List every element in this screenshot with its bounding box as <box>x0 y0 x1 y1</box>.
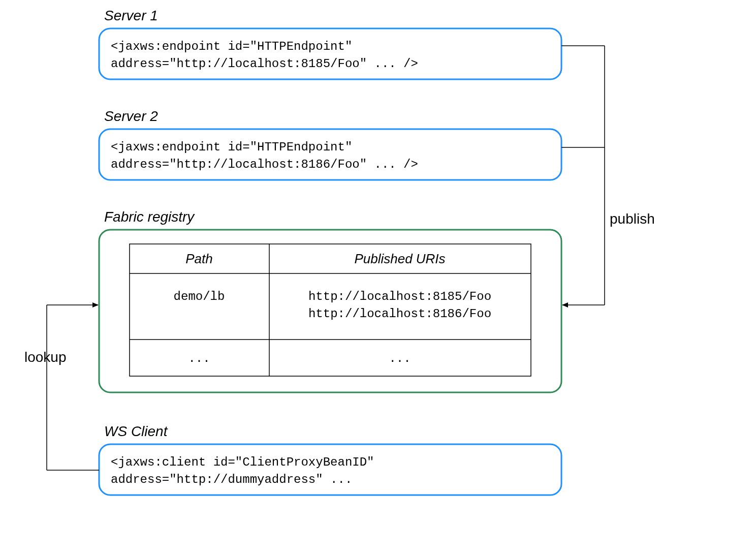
lookup-connector <box>47 305 99 470</box>
diagram-canvas: Server 1 <jaxws:endpoint id="HTTPEndpoin… <box>0 0 756 553</box>
client-title: WS Client <box>104 423 168 439</box>
server1-title: Server 1 <box>104 8 158 23</box>
server2-box <box>99 129 561 180</box>
table-row1-uri2: http://localhost:8186/Foo <box>308 307 491 321</box>
server1-code-line2: address="http://localhost:8185/Foo" ... … <box>111 57 418 71</box>
registry-table: Path Published URIs demo/lb http://local… <box>130 244 531 376</box>
client-code-line1: <jaxws:client id="ClientProxyBeanID" <box>111 455 374 469</box>
registry-title: Fabric registry <box>104 209 195 225</box>
client-code-line2: address="http://dummyaddress" ... <box>111 473 352 486</box>
server2-code-line1: <jaxws:endpoint id="HTTPEndpoint" <box>111 140 352 154</box>
client-box <box>99 444 561 495</box>
publish-connector <box>561 46 605 305</box>
server2-code-line2: address="http://localhost:8186/Foo" ... … <box>111 158 418 171</box>
table-row1-uri1: http://localhost:8185/Foo <box>308 290 491 303</box>
server1-code-line1: <jaxws:endpoint id="HTTPEndpoint" <box>111 40 352 53</box>
server2-title: Server 2 <box>104 108 158 124</box>
lookup-label: lookup <box>24 349 67 365</box>
table-row2-path: ... <box>188 352 210 365</box>
table-row2-uris: ... <box>389 352 411 365</box>
table-row1-path: demo/lb <box>174 290 225 303</box>
server1-box <box>99 28 561 79</box>
table-header-path: Path <box>185 251 213 266</box>
publish-label: publish <box>610 211 655 227</box>
table-header-uris: Published URIs <box>354 251 445 266</box>
